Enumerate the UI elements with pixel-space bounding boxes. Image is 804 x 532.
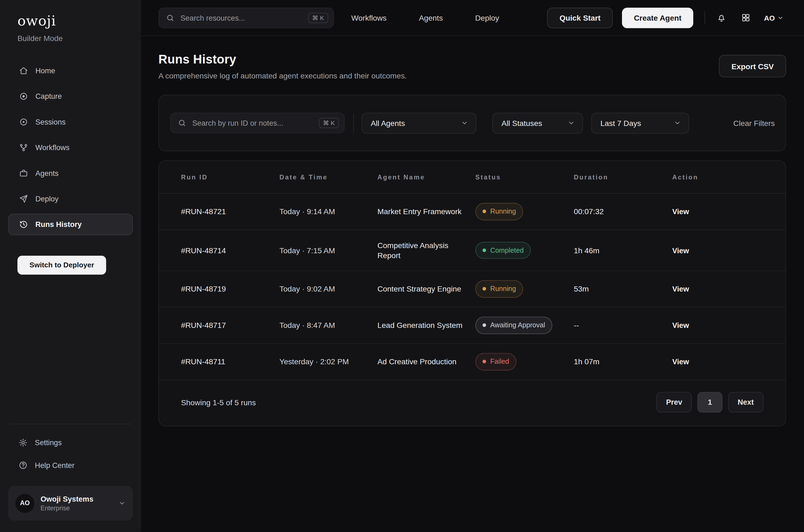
- status-label: Completed: [490, 246, 524, 255]
- profile-initials: AO: [764, 14, 775, 22]
- table-footer: Showing 1-5 of 5 runs Prev 1 Next: [159, 380, 786, 426]
- deploy-icon: [19, 194, 28, 203]
- pagination: Prev 1 Next: [656, 392, 763, 413]
- profile-menu[interactable]: AO: [764, 14, 784, 22]
- help-icon: [18, 461, 28, 470]
- action-cell: View: [672, 357, 764, 367]
- results-count: Showing 1-5 of 5 runs: [181, 398, 256, 406]
- view-button[interactable]: View: [672, 246, 689, 254]
- topnav-deploy[interactable]: Deploy: [475, 13, 499, 22]
- switch-to-deployer-button[interactable]: Switch to Deployer: [17, 255, 106, 274]
- action-cell: View: [672, 207, 764, 216]
- agents-filter-dropdown[interactable]: All Agents: [362, 112, 476, 133]
- sidebar-item-capture[interactable]: Capture: [8, 86, 133, 107]
- main-area: ⌘ K Workflows Agents Deploy Quick Start …: [141, 0, 804, 532]
- dropdown-value: All Statuses: [501, 119, 542, 127]
- runs-search-input[interactable]: [191, 118, 314, 128]
- status-dot-icon: [482, 249, 486, 252]
- status-badge: Failed: [475, 353, 516, 370]
- sidebar-item-label: Help Center: [35, 461, 74, 470]
- column-header: Agent Name: [377, 173, 475, 180]
- sidebar-item-home[interactable]: Home: [8, 60, 133, 81]
- capture-icon: [19, 92, 28, 101]
- sidebar-item-label: Sessions: [35, 118, 66, 126]
- topnav-workflows[interactable]: Workflows: [351, 13, 386, 22]
- global-search[interactable]: ⌘ K: [158, 7, 334, 28]
- duration-cell: 1h 07m: [574, 357, 672, 367]
- notifications-button[interactable]: [716, 13, 727, 23]
- duration-cell: 00:07:32: [574, 207, 672, 216]
- global-search-input[interactable]: [180, 13, 303, 22]
- account-switcher[interactable]: AO Owoji Systems Enterprise: [8, 486, 133, 520]
- datetime-cell: Today · 7:15 AM: [279, 245, 378, 255]
- create-agent-button[interactable]: Create Agent: [622, 7, 693, 28]
- apps-grid-button[interactable]: [741, 13, 751, 22]
- search-shortcut-badge: ⌘ K: [319, 118, 339, 128]
- agent-name-cell: Lead Generation System: [377, 320, 475, 330]
- agent-name-cell: Market Entry Framework: [377, 207, 475, 216]
- search-icon: [166, 14, 175, 22]
- sidebar-divider: [9, 424, 132, 424]
- date-range-dropdown[interactable]: Last 7 Days: [591, 112, 689, 133]
- dropdown-value: All Agents: [371, 119, 405, 127]
- sidebar-item-label: Workflows: [35, 143, 70, 151]
- quick-start-button[interactable]: Quick Start: [547, 7, 613, 28]
- status-badge: Completed: [475, 242, 531, 259]
- action-cell: View: [672, 284, 764, 294]
- sidebar-item-deploy[interactable]: Deploy: [8, 188, 133, 209]
- agent-name-cell: Competitive Analysis Report: [377, 240, 475, 260]
- page-title-block: Runs History A comprehensive log of auto…: [158, 52, 407, 80]
- status-dot-icon: [482, 360, 486, 363]
- status-label: Failed: [490, 357, 509, 366]
- page-content: Runs History A comprehensive log of auto…: [141, 36, 804, 532]
- account-info: Owoji Systems Enterprise: [40, 495, 93, 512]
- column-header: Run ID: [181, 173, 279, 180]
- sidebar-item-help-center[interactable]: Help Center: [8, 454, 133, 477]
- next-page-button[interactable]: Next: [728, 392, 764, 413]
- sidebar-item-label: Home: [35, 66, 55, 75]
- topbar-nav: Workflows Agents Deploy: [351, 13, 499, 22]
- sidebar: owoji Builder Mode Home Capture Sessions: [0, 0, 141, 532]
- sidebar-item-settings[interactable]: Settings: [8, 432, 133, 454]
- topbar: ⌘ K Workflows Agents Deploy Quick Start …: [141, 0, 804, 36]
- status-dot-icon: [482, 324, 486, 327]
- view-button[interactable]: View: [672, 321, 689, 329]
- chevron-down-icon: [674, 119, 681, 127]
- grid-icon: [741, 13, 751, 22]
- search-icon: [178, 119, 186, 127]
- table-body: #RUN-48721 Today · 9:14 AM Market Entry …: [159, 194, 786, 380]
- bell-icon: [716, 13, 727, 23]
- topnav-agents[interactable]: Agents: [419, 13, 443, 22]
- export-csv-button[interactable]: Export CSV: [719, 55, 786, 77]
- gear-icon: [18, 438, 28, 448]
- workflows-icon: [19, 143, 28, 152]
- status-cell: Completed: [475, 242, 574, 259]
- sidebar-spacer: [8, 274, 133, 424]
- prev-page-button[interactable]: Prev: [656, 392, 692, 413]
- status-cell: Running: [475, 203, 574, 220]
- datetime-cell: Today · 9:14 AM: [279, 207, 378, 216]
- view-button[interactable]: View: [672, 208, 689, 216]
- dropdown-value: Last 7 Days: [601, 119, 641, 127]
- view-button[interactable]: View: [672, 285, 689, 293]
- clear-filters-button[interactable]: Clear Filters: [733, 119, 775, 127]
- app-window: owoji Builder Mode Home Capture Sessions: [0, 0, 804, 532]
- duration-cell: 1h 46m: [574, 245, 672, 255]
- sidebar-item-label: Capture: [35, 92, 62, 100]
- account-name: Owoji Systems: [40, 495, 93, 504]
- sidebar-item-agents[interactable]: Agents: [8, 162, 133, 184]
- runs-search[interactable]: ⌘ K: [170, 113, 345, 133]
- status-cell: Running: [475, 280, 574, 298]
- sidebar-item-sessions[interactable]: Sessions: [8, 111, 133, 132]
- status-filter-dropdown[interactable]: All Statuses: [492, 112, 583, 133]
- chevron-down-icon: [778, 15, 784, 21]
- account-avatar: AO: [16, 494, 35, 513]
- page-number-button[interactable]: 1: [697, 392, 722, 413]
- history-icon: [19, 220, 28, 229]
- run-id-cell: #RUN-48717: [181, 320, 279, 330]
- sidebar-item-runs-history[interactable]: Runs History: [8, 214, 133, 235]
- view-button[interactable]: View: [672, 358, 689, 366]
- runs-table: Run ID Date & Time Agent Name Status Dur…: [158, 160, 786, 426]
- sidebar-item-workflows[interactable]: Workflows: [8, 136, 133, 158]
- sessions-icon: [19, 117, 28, 127]
